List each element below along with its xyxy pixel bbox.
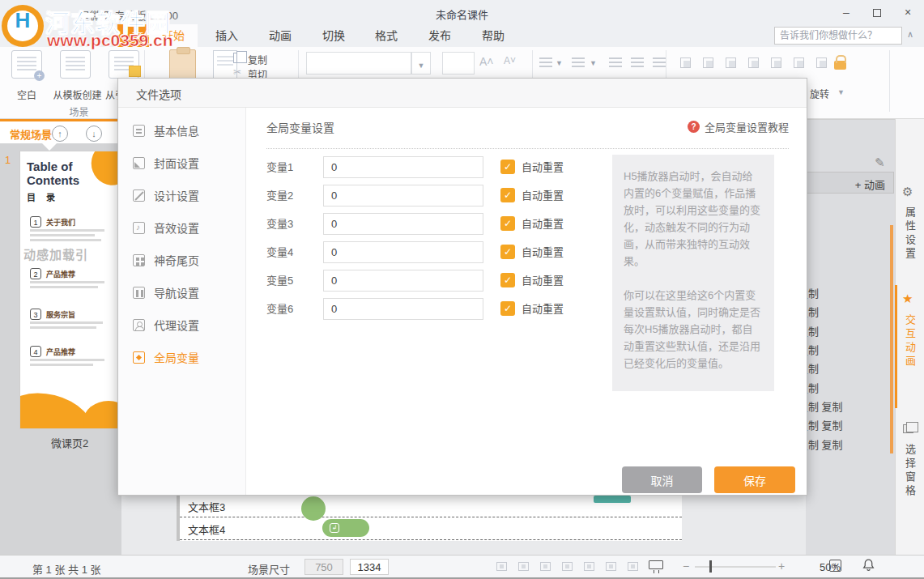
- timeline-row-label[interactable]: 文本框3: [188, 499, 225, 514]
- animation-bar-teal[interactable]: [594, 496, 631, 503]
- sidebar-item-agent[interactable]: 代理设置: [118, 309, 245, 341]
- align-object-left-icon[interactable]: [679, 56, 692, 70]
- variable-input[interactable]: [323, 298, 483, 320]
- save-button[interactable]: 保存: [714, 466, 795, 493]
- bullet-list-icon[interactable]: [539, 57, 552, 67]
- sidebar-item-global-variables[interactable]: 全局变量: [118, 341, 245, 373]
- bell-icon[interactable]: [862, 558, 875, 575]
- scene-height-input[interactable]: [350, 559, 389, 575]
- align-object-right-icon[interactable]: [724, 56, 738, 70]
- copy-label[interactable]: 复制: [248, 53, 267, 66]
- close-button[interactable]: ×: [896, 0, 920, 24]
- sidebar-item-cover[interactable]: 封面设置: [118, 147, 245, 179]
- question-icon: ?: [688, 121, 700, 133]
- align-left-status-icon[interactable]: [496, 561, 508, 572]
- variable-input[interactable]: [323, 156, 483, 178]
- collapse-ribbon-icon[interactable]: ∧: [907, 29, 913, 40]
- variable-input[interactable]: [323, 185, 483, 206]
- thumb-item: 2 产品推荐: [30, 268, 114, 297]
- increase-font-icon[interactable]: A˄: [479, 55, 494, 68]
- font-family-select[interactable]: [306, 52, 411, 75]
- font-size-select[interactable]: [442, 52, 475, 75]
- auto-reset-checkbox[interactable]: [500, 216, 515, 231]
- sidebar-item-design[interactable]: 设计设置: [118, 179, 245, 211]
- template-scene-icon[interactable]: [60, 50, 91, 79]
- search-input[interactable]: [774, 27, 902, 45]
- timeline-row-label[interactable]: 文本框4: [188, 522, 225, 537]
- align-bottom-status-icon[interactable]: [605, 561, 617, 572]
- sidebar-item-basic-info[interactable]: 基本信息: [118, 114, 245, 147]
- font-family-dropdown-icon[interactable]: ▼: [411, 52, 431, 75]
- panel-scrollbar[interactable]: [890, 225, 893, 453]
- animation-marker-pill[interactable]: ↲: [322, 519, 369, 537]
- line-spacing-icon[interactable]: [572, 57, 585, 67]
- align-right-status-icon[interactable]: [539, 561, 551, 572]
- align-object-middle-icon[interactable]: [769, 56, 783, 70]
- align-top-status-icon[interactable]: [561, 561, 573, 572]
- paste-icon[interactable]: [169, 49, 196, 80]
- line-spacing-dropdown-icon[interactable]: ▼: [590, 59, 597, 67]
- distribute-horizontal-icon[interactable]: [815, 56, 828, 70]
- minimize-button[interactable]: –: [834, 0, 858, 24]
- auto-reset-checkbox[interactable]: [500, 245, 515, 259]
- tab-format[interactable]: 格式: [362, 24, 411, 47]
- rotate-dropdown-icon[interactable]: ▼: [837, 88, 845, 96]
- edit-pencil-icon[interactable]: ✎: [875, 155, 885, 170]
- tab-properties[interactable]: 属性设置: [902, 206, 918, 262]
- add-animation-button[interactable]: + 动画: [807, 172, 894, 194]
- zoom-out-icon[interactable]: −: [683, 560, 689, 573]
- bullet-list-dropdown-icon[interactable]: ▼: [556, 59, 563, 67]
- auto-reset-checkbox[interactable]: [500, 301, 515, 316]
- blank-scene-label[interactable]: 空白: [11, 87, 43, 101]
- tab-transition[interactable]: 切换: [309, 24, 358, 47]
- scene-width-input[interactable]: [304, 559, 343, 575]
- align-right-icon[interactable]: [653, 57, 666, 67]
- align-center-status-icon[interactable]: [517, 561, 530, 572]
- variable-input[interactable]: [323, 241, 483, 263]
- zoom-slider[interactable]: [695, 566, 776, 568]
- zoom-in-icon[interactable]: +: [778, 560, 785, 573]
- tab-interactive-animation[interactable]: 交互动画: [902, 314, 918, 369]
- cut-icon[interactable]: ✂: [233, 66, 241, 78]
- align-middle-status-icon[interactable]: [583, 561, 595, 572]
- sidebar-item-sound[interactable]: 音效设置: [118, 211, 245, 244]
- tab-insert[interactable]: 插入: [202, 24, 251, 47]
- cancel-button[interactable]: 取消: [622, 466, 702, 493]
- move-up-icon[interactable]: ↑: [52, 126, 68, 142]
- tab-animation[interactable]: 动画: [256, 24, 304, 47]
- variable-input[interactable]: [323, 213, 483, 235]
- rotate-button[interactable]: 旋转: [810, 87, 829, 100]
- tab-home[interactable]: 开始: [149, 24, 198, 47]
- thumb-item-label: 产品推荐: [46, 347, 75, 357]
- template-scene-label[interactable]: 从模板创建: [47, 87, 108, 101]
- decrease-font-icon[interactable]: A˅: [504, 55, 516, 66]
- auto-reset-checkbox[interactable]: [500, 188, 515, 202]
- scene-panel-tab[interactable]: 常规场景: [10, 126, 52, 142]
- align-object-top-icon[interactable]: [747, 56, 760, 70]
- variable-input[interactable]: [323, 270, 483, 292]
- sidebar-item-magic-endpage[interactable]: 神奇尾页: [118, 244, 245, 276]
- tab-selection-pane[interactable]: 选择窗格: [902, 444, 918, 499]
- align-left-icon[interactable]: [609, 57, 622, 67]
- tab-help[interactable]: 帮助: [469, 24, 517, 47]
- tutorial-link[interactable]: ? 全局变量设置教程: [688, 119, 789, 134]
- tab-publish[interactable]: 发布: [415, 24, 464, 47]
- distribute-status-icon[interactable]: [627, 561, 639, 572]
- auto-reset-checkbox[interactable]: [500, 160, 515, 174]
- align-center-icon[interactable]: [631, 57, 644, 67]
- import-scene-icon[interactable]: [109, 50, 139, 79]
- slide-thumbnail[interactable]: Table of Contents 目 录 动感加载引 1 关于我们 2 产品推…: [19, 151, 120, 429]
- copy-icon[interactable]: [233, 53, 242, 63]
- sidebar-item-navigation[interactable]: 导航设置: [118, 276, 245, 309]
- preview-icon[interactable]: [649, 560, 663, 569]
- align-object-center-icon[interactable]: [701, 56, 715, 70]
- zoom-slider-thumb[interactable]: [709, 560, 712, 573]
- lock-icon[interactable]: [834, 61, 846, 70]
- animation-marker-circle[interactable]: [301, 496, 326, 521]
- blank-scene-icon[interactable]: [11, 50, 42, 79]
- maximize-button[interactable]: [865, 0, 889, 24]
- fit-to-window-icon[interactable]: +: [829, 560, 841, 572]
- auto-reset-checkbox[interactable]: [500, 273, 515, 287]
- align-object-bottom-icon[interactable]: [792, 56, 806, 70]
- move-down-icon[interactable]: ↓: [86, 126, 102, 142]
